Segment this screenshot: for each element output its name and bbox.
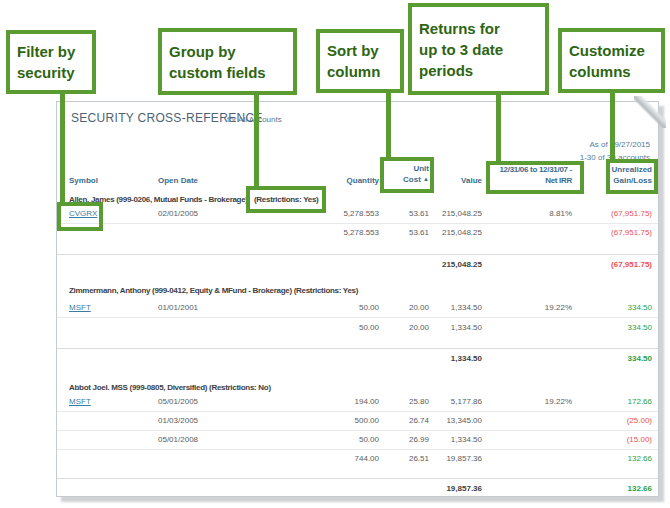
column-header-open-date[interactable]: Open Date [158, 175, 198, 186]
cell-open-date: 02/01/2005 [158, 205, 198, 223]
cell-gain-loss: (67,951.75) [572, 205, 652, 223]
cell-gain-loss: (25.00) [572, 412, 652, 430]
cell-value: 1,334.50 [410, 350, 482, 368]
callout-line-sort [386, 91, 391, 160]
cell-gain-loss: (15.00) [572, 431, 652, 449]
cell-value: 215,048.25 [410, 256, 482, 274]
cell-quantity: 50.00 [309, 319, 379, 337]
table-row: MSFT 05/01/2005 194.00 25.80 5,177.86 19… [57, 393, 658, 412]
callout-filter-by-security: Filter by security [6, 30, 96, 94]
cell-gain-loss: (67,951.75) [572, 256, 652, 274]
cell-net-irr: 19.22% [457, 299, 572, 317]
total-row: 215,048.25 (67,951.75) [57, 256, 658, 274]
cell-value: 19,857.36 [410, 480, 482, 498]
cell-gain-loss: 172.66 [572, 393, 652, 411]
cell-net-irr: 8.81% [457, 205, 572, 223]
cell-value: 1,334.50 [410, 431, 482, 449]
highlight-date-period [486, 161, 584, 194]
cell-gain-loss: 334.50 [572, 299, 652, 317]
cell-quantity: 744.00 [309, 450, 379, 468]
group-header-text: Zimmermann, Anthony (999-0412, Equity & … [69, 282, 358, 300]
table-row: MSFT 01/01/2001 50.00 20.00 1,334.50 19.… [57, 299, 658, 318]
group-separator [57, 348, 658, 349]
group-header-row: Zimmermann, Anthony (999-0412, Equity & … [57, 282, 658, 300]
cell-value: 1,334.50 [410, 319, 482, 337]
cell-open-date: 05/01/2008 [158, 431, 198, 449]
callout-line-filter [60, 92, 65, 204]
cell-gain-loss: 132.66 [572, 450, 652, 468]
cell-open-date: 01/03/2005 [158, 412, 198, 430]
cell-value: 215,048.25 [410, 224, 482, 242]
symbol-link[interactable]: MSFT [69, 397, 91, 406]
highlight-unit-cost-sort [380, 157, 434, 193]
group-separator [57, 254, 658, 255]
callout-line-group [254, 93, 259, 188]
cell-gain-loss: (67,951.75) [572, 224, 652, 242]
cell-gain-loss: 334.50 [572, 319, 652, 337]
cell-net-irr: 19.22% [457, 393, 572, 411]
highlight-symbol-filter [57, 202, 103, 231]
callout-sort-by-column: Sort by column [316, 29, 404, 93]
callout-group-by-custom-fields: Group by custom fields [158, 28, 297, 95]
cell-value: 13,345.00 [410, 412, 482, 430]
column-header-quantity[interactable]: Quantity [309, 175, 379, 186]
cell-quantity: 5,278.553 [309, 224, 379, 242]
cell-open-date: 05/01/2005 [158, 393, 198, 411]
subtotal-row: 744.00 26.51 19,857.36 132.66 [57, 450, 658, 468]
cell-quantity: 50.00 [309, 299, 379, 317]
grand-total-row: 19,857.36 132.66 [57, 480, 658, 498]
symbol-link[interactable]: MSFT [69, 303, 91, 312]
cell-open-date: 01/01/2001 [158, 299, 198, 317]
screenshot-canvas: SECURITY CROSS-REFERENCE for All Account… [0, 0, 670, 508]
cell-gain-loss: 334.50 [572, 350, 652, 368]
callout-returns-date-periods: Returns for up to 3 date periods [408, 3, 549, 95]
table-row: 01/03/2005 500.00 26.74 13,345.00 (25.00… [57, 412, 658, 431]
table-row: 05/01/2008 50.00 26.99 1,334.50 (15.00) [57, 431, 658, 450]
page-curl [634, 96, 666, 128]
callout-line-returns [496, 93, 501, 164]
cell-quantity: 50.00 [309, 431, 379, 449]
cell-quantity: 500.00 [309, 412, 379, 430]
cell-quantity: 194.00 [309, 393, 379, 411]
subtotal-row: 50.00 20.00 1,334.50 334.50 [57, 319, 658, 337]
group-separator [57, 478, 658, 479]
total-row: 1,334.50 334.50 [57, 350, 658, 368]
highlight-restrictions [246, 186, 326, 213]
cell-gain-loss: 132.66 [572, 480, 652, 498]
table-row: CVGRX 02/01/2005 5,278.553 53.61 215,048… [57, 205, 658, 224]
callout-line-customize [610, 91, 615, 162]
subtotal-row: 5,278.553 53.61 215,048.25 (67,951.75) [57, 224, 658, 242]
column-header-symbol[interactable]: Symbol [69, 175, 98, 186]
callout-customize-columns: Customize columns [558, 28, 665, 93]
highlight-customize-column [606, 159, 658, 194]
cell-value: 19,857.36 [410, 450, 482, 468]
